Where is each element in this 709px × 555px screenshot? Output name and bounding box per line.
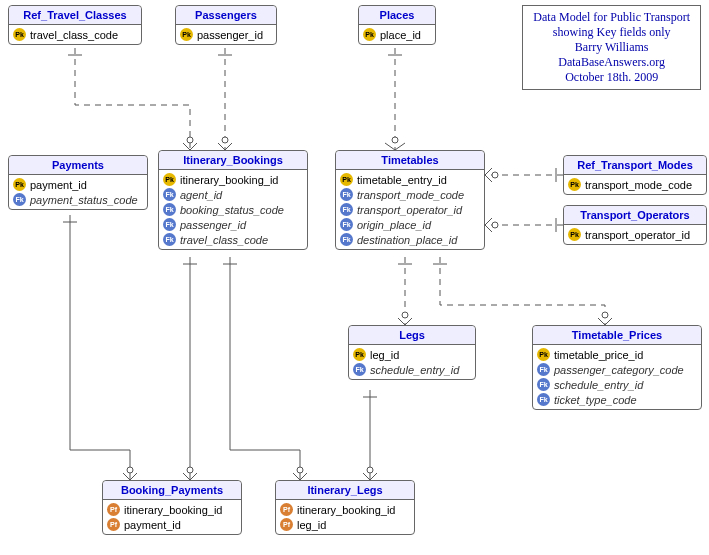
pk-icon: Pk: [568, 178, 581, 191]
entity-field: Fkschedule_entry_id: [353, 362, 471, 377]
field-name: travel_class_code: [30, 29, 118, 41]
entity-booking-payments: Booking_Payments Pfitinerary_booking_idP…: [102, 480, 242, 535]
entity-timetable-prices: Timetable_Prices Pktimetable_price_idFkp…: [532, 325, 702, 410]
entity-title: Ref_Transport_Modes: [564, 156, 706, 175]
entity-field: Pfitinerary_booking_id: [107, 502, 237, 517]
field-name: transport_operator_id: [585, 229, 690, 241]
entity-field: Pkpassenger_id: [180, 27, 272, 42]
field-name: timetable_entry_id: [357, 174, 447, 186]
entity-title: Passengers: [176, 6, 276, 25]
svg-point-15: [127, 467, 133, 473]
entity-title: Booking_Payments: [103, 481, 241, 500]
pk-icon: Pk: [13, 28, 26, 41]
entity-ref-travel-classes: Ref_Travel_Classes Pktravel_class_code: [8, 5, 142, 45]
pk-icon: Pk: [340, 173, 353, 186]
fk-icon: Fk: [537, 363, 550, 376]
entity-field: Fkpayment_status_code: [13, 192, 143, 207]
fk-icon: Fk: [537, 393, 550, 406]
entity-field: Pktravel_class_code: [13, 27, 137, 42]
entity-legs: Legs Pkleg_idFkschedule_entry_id: [348, 325, 476, 380]
field-name: schedule_entry_id: [370, 364, 459, 376]
entity-field: Fktravel_class_code: [163, 232, 303, 247]
pf-icon: Pf: [107, 503, 120, 516]
entity-itinerary-legs: Itinerary_Legs Pfitinerary_booking_idPfl…: [275, 480, 415, 535]
svg-point-17: [187, 467, 193, 473]
fk-icon: Fk: [340, 233, 353, 246]
entity-field: Pktransport_operator_id: [568, 227, 702, 242]
svg-point-9: [492, 222, 498, 228]
entity-ref-transport-modes: Ref_Transport_Modes Pktransport_mode_cod…: [563, 155, 707, 195]
pf-icon: Pf: [280, 518, 293, 531]
entity-title: Itinerary_Legs: [276, 481, 414, 500]
field-name: passenger_id: [197, 29, 263, 41]
svg-point-11: [402, 312, 408, 318]
field-name: booking_status_code: [180, 204, 284, 216]
entity-field: Fktransport_operator_id: [340, 202, 480, 217]
fk-icon: Fk: [13, 193, 26, 206]
field-name: transport_mode_code: [357, 189, 464, 201]
caption-line: Barry Williams: [533, 40, 690, 55]
entity-field: Pkleg_id: [353, 347, 471, 362]
fk-icon: Fk: [353, 363, 366, 376]
svg-point-21: [367, 467, 373, 473]
field-name: travel_class_code: [180, 234, 268, 246]
fk-icon: Fk: [163, 203, 176, 216]
entity-title: Timetables: [336, 151, 484, 170]
entity-field: Pfleg_id: [280, 517, 410, 532]
pf-icon: Pf: [107, 518, 120, 531]
entity-field: Fktransport_mode_code: [340, 187, 480, 202]
field-name: schedule_entry_id: [554, 379, 643, 391]
entity-field: Pktimetable_price_id: [537, 347, 697, 362]
svg-point-19: [297, 467, 303, 473]
entity-passengers: Passengers Pkpassenger_id: [175, 5, 277, 45]
field-name: payment_id: [124, 519, 181, 531]
entity-title: Ref_Travel_Classes: [9, 6, 141, 25]
pk-icon: Pk: [353, 348, 366, 361]
entity-title: Itinerary_Bookings: [159, 151, 307, 170]
svg-point-3: [222, 137, 228, 143]
svg-point-13: [602, 312, 608, 318]
pf-icon: Pf: [280, 503, 293, 516]
field-name: agent_id: [180, 189, 222, 201]
field-name: destination_place_id: [357, 234, 457, 246]
entity-timetables: Timetables Pktimetable_entry_idFktranspo…: [335, 150, 485, 250]
entity-field: Fkpassenger_id: [163, 217, 303, 232]
entity-title: Legs: [349, 326, 475, 345]
fk-icon: Fk: [537, 378, 550, 391]
caption-line: Data Model for Public Transport: [533, 10, 690, 25]
entity-field: Pfpayment_id: [107, 517, 237, 532]
pk-icon: Pk: [163, 173, 176, 186]
entity-field: Fkticket_type_code: [537, 392, 697, 407]
entity-field: Pktimetable_entry_id: [340, 172, 480, 187]
fk-icon: Fk: [340, 218, 353, 231]
entity-field: Pktransport_mode_code: [568, 177, 702, 192]
field-name: ticket_type_code: [554, 394, 637, 406]
field-name: passenger_id: [180, 219, 246, 231]
fk-icon: Fk: [163, 218, 176, 231]
entity-field: Fkorigin_place_id: [340, 217, 480, 232]
diagram-caption: Data Model for Public Transport showing …: [522, 5, 701, 90]
entity-payments: Payments Pkpayment_idFkpayment_status_co…: [8, 155, 148, 210]
field-name: payment_status_code: [30, 194, 138, 206]
svg-point-1: [187, 137, 193, 143]
entity-field: Fkschedule_entry_id: [537, 377, 697, 392]
entity-transport-operators: Transport_Operators Pktransport_operator…: [563, 205, 707, 245]
entity-title: Places: [359, 6, 435, 25]
field-name: timetable_price_id: [554, 349, 643, 361]
pk-icon: Pk: [568, 228, 581, 241]
entity-title: Payments: [9, 156, 147, 175]
entity-title: Timetable_Prices: [533, 326, 701, 345]
field-name: transport_operator_id: [357, 204, 462, 216]
entity-field: Fkpassenger_category_code: [537, 362, 697, 377]
caption-line: October 18th. 2009: [533, 70, 690, 85]
entity-field: Fkagent_id: [163, 187, 303, 202]
fk-icon: Fk: [163, 233, 176, 246]
fk-icon: Fk: [163, 188, 176, 201]
svg-point-7: [492, 172, 498, 178]
entity-field: Pkpayment_id: [13, 177, 143, 192]
field-name: passenger_category_code: [554, 364, 684, 376]
entity-field: Pkplace_id: [363, 27, 431, 42]
pk-icon: Pk: [13, 178, 26, 191]
field-name: itinerary_booking_id: [180, 174, 278, 186]
field-name: place_id: [380, 29, 421, 41]
